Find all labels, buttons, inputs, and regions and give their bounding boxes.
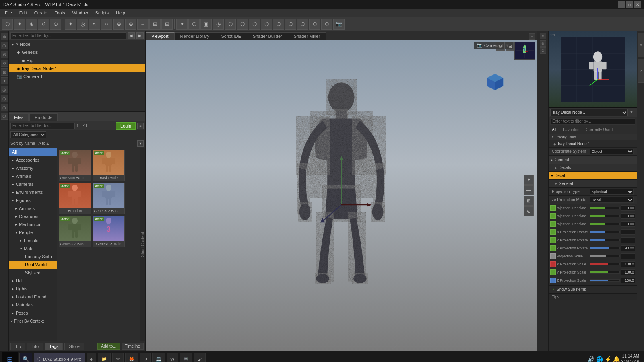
toolbar-btn-8[interactable]: ○ bbox=[101, 19, 112, 30]
tray-icon-1[interactable]: 🔊 bbox=[588, 356, 594, 362]
left-icon-1[interactable]: ⊕ bbox=[1, 33, 8, 40]
maximize-button[interactable]: □ bbox=[626, 1, 633, 8]
general-section-header[interactable]: ▸ General bbox=[549, 156, 637, 164]
slider-color-swatch-1[interactable] bbox=[550, 213, 556, 219]
grid-item-5[interactable]: Actor Ge bbox=[59, 216, 91, 247]
cat-item-poses[interactable]: ▸ Poses bbox=[9, 309, 57, 317]
login-button[interactable]: Login bbox=[116, 122, 136, 130]
slider-1[interactable] bbox=[590, 215, 620, 217]
toolbar-btn-4[interactable]: ↺ bbox=[38, 19, 49, 30]
tab-files[interactable]: Files bbox=[9, 113, 29, 121]
taskbar-btn-9[interactable]: 🎮 bbox=[180, 353, 192, 362]
tab-render-library[interactable]: Render Library bbox=[175, 32, 216, 40]
toolbar-btn-23[interactable]: ⬡ bbox=[285, 19, 296, 30]
decal-general-header[interactable]: ▾ General bbox=[549, 180, 637, 188]
slider-x-rot[interactable] bbox=[590, 231, 620, 233]
menu-create[interactable]: Create bbox=[31, 10, 51, 16]
toolbar-btn-11[interactable]: ↔ bbox=[137, 19, 149, 30]
cat-item-figures[interactable]: ▾ Figures bbox=[9, 196, 57, 204]
scene-filter-input[interactable] bbox=[10, 32, 126, 39]
props-tab-used[interactable]: Currently Used bbox=[584, 127, 614, 133]
left-icon-8[interactable]: ⬡ bbox=[1, 95, 8, 102]
slider-2[interactable] bbox=[590, 223, 620, 225]
all-categories-select[interactable]: All Categories bbox=[10, 131, 46, 138]
cat-item-cameras[interactable]: ▸ Cameras bbox=[9, 180, 57, 188]
tree-item-node[interactable]: ▸ S Node bbox=[9, 40, 145, 48]
tree-item-genesis[interactable]: ◆ Genesis bbox=[9, 48, 145, 56]
vp-settings-button[interactable]: ⚙ bbox=[496, 42, 505, 51]
grid-item-2[interactable]: Actor Ba bbox=[93, 150, 125, 181]
vp-btn-3[interactable]: ⊞ bbox=[524, 196, 534, 206]
cat-item-people[interactable]: ▾ People bbox=[9, 228, 57, 237]
tab-viewport[interactable]: Viewport bbox=[146, 32, 175, 40]
scene-prev-button[interactable]: ◀ bbox=[128, 32, 135, 39]
cat-item-female[interactable]: ▸ Female bbox=[9, 237, 57, 245]
vp-right-icon-1[interactable]: ≡ bbox=[540, 33, 546, 39]
toolbar-btn-2[interactable]: ✦ bbox=[14, 19, 25, 30]
toolbar-btn-22[interactable]: ⬡ bbox=[273, 19, 284, 30]
add-to-button[interactable]: Add to... bbox=[97, 343, 120, 350]
menu-edit[interactable]: Edit bbox=[16, 10, 30, 16]
scene-next-button[interactable]: ▶ bbox=[136, 32, 144, 39]
toolbar-btn-21[interactable]: ⬡ bbox=[261, 19, 272, 30]
taskbar-btn-6[interactable]: ⊙ bbox=[140, 353, 151, 362]
toolbar-btn-18[interactable]: ⬡ bbox=[225, 19, 236, 30]
toolbar-btn-10[interactable]: ⊕ bbox=[125, 19, 136, 30]
slider-z-scale[interactable] bbox=[590, 279, 620, 282]
toolbar-btn-15[interactable]: ⬡ bbox=[188, 19, 200, 30]
slider-y-scale[interactable] bbox=[590, 271, 620, 274]
timeline-button[interactable]: Timeline bbox=[122, 343, 144, 350]
node-select[interactable]: Iray Decal Node 1 bbox=[550, 109, 628, 116]
left-icon-6[interactable]: ✦ bbox=[1, 77, 8, 84]
cat-item-realworld[interactable]: Real World bbox=[9, 261, 57, 269]
slider-z-rot[interactable] bbox=[590, 247, 620, 249]
show-sub-checkbox[interactable]: ✓ bbox=[552, 288, 555, 292]
close-button[interactable]: ✕ bbox=[634, 1, 641, 8]
cat-item-hair[interactable]: ▸ Hair bbox=[9, 277, 57, 285]
toolbar-btn-14[interactable]: ✦ bbox=[176, 19, 188, 30]
tree-item-iray-decal[interactable]: ◈ Iray Decal Node 1 bbox=[9, 64, 145, 72]
slider-color-z-scale[interactable] bbox=[550, 278, 556, 283]
toolbar-btn-7[interactable]: ◎ bbox=[77, 19, 88, 30]
toolbar-btn-12[interactable]: ⊞ bbox=[149, 19, 161, 30]
content-options-button[interactable]: ≡ bbox=[137, 123, 144, 129]
slider-x-scale[interactable] bbox=[590, 263, 620, 265]
cat-item-animals-sub[interactable]: ▸ Animals bbox=[9, 204, 57, 212]
menu-tools[interactable]: Tools bbox=[52, 10, 68, 16]
cat-item-lights[interactable]: ▸ Lights bbox=[9, 285, 57, 293]
cat-item-all[interactable]: All bbox=[9, 148, 57, 156]
cat-item-mechanical[interactable]: ▸ Mechanical bbox=[9, 220, 57, 228]
toolbar-btn-19[interactable]: ⬡ bbox=[237, 19, 248, 30]
menu-file[interactable]: File bbox=[2, 10, 15, 16]
slider-color-scale[interactable] bbox=[550, 253, 556, 259]
left-icon-4[interactable]: ↺ bbox=[1, 60, 8, 67]
slider-color-y-rot[interactable] bbox=[550, 237, 556, 243]
grid-item-3[interactable]: Actor Br bbox=[59, 183, 91, 214]
toolbar-btn-13[interactable]: ⊟ bbox=[161, 19, 173, 30]
left-icon-10[interactable]: ⬡ bbox=[1, 113, 8, 120]
decal-highlighted-header[interactable]: ▾ Decal bbox=[549, 172, 637, 180]
vp-right-icon-2[interactable]: ⊕ bbox=[540, 40, 546, 47]
taskbar-btn-8[interactable]: W bbox=[167, 353, 178, 362]
start-button[interactable]: ⊞ bbox=[2, 352, 18, 362]
toolbar-btn-25[interactable]: ⬡ bbox=[309, 19, 320, 30]
viewport-menu-button[interactable]: ≡ bbox=[529, 33, 535, 40]
tree-item-hip[interactable]: ◆ Hip bbox=[9, 56, 145, 64]
cat-item-animals[interactable]: ▸ Animals bbox=[9, 172, 57, 180]
toolbar-btn-27[interactable]: 📷 bbox=[333, 19, 345, 30]
menu-scripts[interactable]: Scripts bbox=[92, 10, 112, 16]
toolbar-btn-20[interactable]: ⬡ bbox=[249, 19, 260, 30]
menu-window[interactable]: Window bbox=[69, 10, 91, 16]
vp-btn-4[interactable]: ⊙ bbox=[524, 206, 534, 216]
tab-script-ide[interactable]: Script IDE bbox=[215, 32, 247, 40]
slider-color-swatch-2[interactable] bbox=[550, 221, 556, 227]
slider-0[interactable] bbox=[590, 207, 620, 209]
slider-color-y-scale[interactable] bbox=[550, 269, 556, 275]
slider-color-z-rot[interactable] bbox=[550, 245, 556, 251]
right-icon-2[interactable]: A bbox=[638, 59, 644, 83]
left-icon-3[interactable]: ⊙ bbox=[1, 51, 8, 58]
left-icon-7[interactable]: ◎ bbox=[1, 86, 8, 93]
vp-right-icon-3[interactable]: ⊙ bbox=[540, 47, 546, 54]
slider-color-swatch-0[interactable] bbox=[550, 205, 556, 211]
taskbar-ie-btn[interactable]: e bbox=[87, 353, 96, 362]
